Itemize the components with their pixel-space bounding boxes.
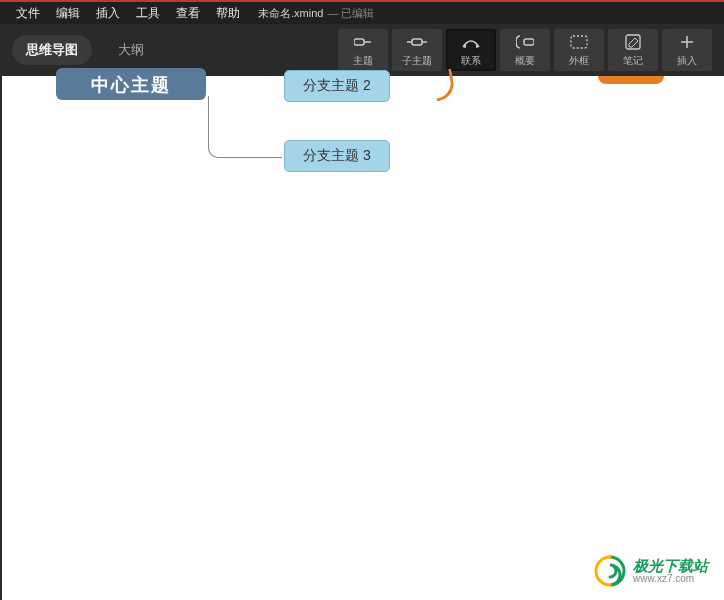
menu-tools[interactable]: 工具 — [128, 5, 168, 22]
watermark-cn: 极光下载站 — [633, 558, 708, 575]
tool-summary-label: 概要 — [515, 54, 535, 68]
tool-boundary-label: 外框 — [569, 54, 589, 68]
tool-subtopic[interactable]: 子主题 — [392, 29, 442, 71]
menu-edit[interactable]: 编辑 — [48, 5, 88, 22]
tool-summary[interactable]: 概要 — [500, 29, 550, 71]
topic-icon — [354, 32, 372, 52]
tool-topic[interactable]: 主题 — [338, 29, 388, 71]
menu-view[interactable]: 查看 — [168, 5, 208, 22]
menu-help[interactable]: 帮助 — [208, 5, 248, 22]
menu-insert[interactable]: 插入 — [88, 5, 128, 22]
central-topic-node[interactable]: 中心主题 — [56, 68, 206, 100]
branch-topic-3[interactable]: 分支主题 3 — [284, 140, 390, 172]
tool-subtopic-label: 子主题 — [402, 54, 432, 68]
watermark-en: www.xz7.com — [633, 574, 708, 584]
watermark-logo-icon — [593, 554, 627, 588]
branch-topic-2[interactable]: 分支主题 2 — [284, 70, 390, 102]
insert-icon — [679, 32, 695, 52]
relationship-icon — [461, 32, 481, 52]
svg-rect-9 — [626, 35, 640, 49]
tool-insert-label: 插入 — [677, 54, 697, 68]
mindmap-canvas[interactable]: 中心主题 分支主题 2 分支主题 3 极光下载站 www.xz7.com — [0, 76, 724, 600]
svg-rect-7 — [524, 39, 534, 45]
tab-outline[interactable]: 大纲 — [108, 35, 154, 65]
menu-bar: 文件 编辑 插入 工具 查看 帮助 未命名.xmind — 已编辑 — [0, 0, 724, 24]
watermark: 极光下载站 www.xz7.com — [593, 554, 708, 588]
boundary-icon — [570, 32, 588, 52]
tool-notes-label: 笔记 — [623, 54, 643, 68]
summary-icon — [516, 32, 534, 52]
tool-boundary[interactable]: 外框 — [554, 29, 604, 71]
connector-line — [208, 96, 282, 158]
tool-insert[interactable]: 插入 — [662, 29, 712, 71]
svg-rect-0 — [354, 39, 364, 45]
tool-topic-label: 主题 — [353, 54, 373, 68]
subtopic-icon — [407, 32, 427, 52]
toolbar-left: 思维导图 大纲 — [12, 35, 154, 65]
svg-rect-3 — [412, 39, 422, 45]
toolbar-right: 主题 子主题 联系 概要 外框 — [338, 29, 712, 71]
orange-decoration — [598, 76, 664, 84]
tab-mindmap[interactable]: 思维导图 — [12, 35, 92, 65]
document-title: 未命名.xmind — [258, 6, 323, 21]
tool-notes[interactable]: 笔记 — [608, 29, 658, 71]
tool-relationship-label: 联系 — [461, 54, 481, 68]
notes-icon — [625, 32, 641, 52]
watermark-text: 极光下载站 www.xz7.com — [633, 558, 708, 585]
document-status: — 已编辑 — [327, 6, 374, 21]
svg-rect-8 — [571, 36, 587, 48]
tool-relationship[interactable]: 联系 — [446, 29, 496, 71]
menu-file[interactable]: 文件 — [8, 5, 48, 22]
